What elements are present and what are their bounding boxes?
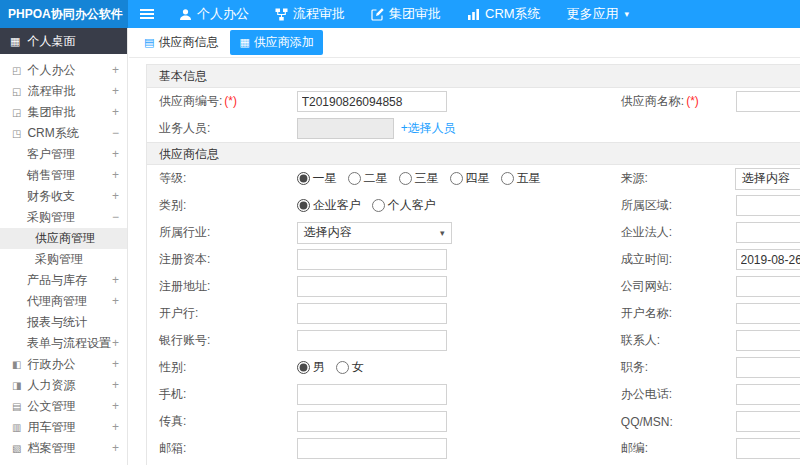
- sidebar-item-personal-desktop[interactable]: ▦ 个人桌面: [0, 28, 127, 54]
- position-input[interactable]: [736, 357, 800, 378]
- category-radio-0[interactable]: 企业客户: [297, 197, 361, 214]
- expand-toggle-icon[interactable]: −: [112, 207, 119, 228]
- sidebar-item-product-inventory[interactable]: 产品与库存+: [0, 270, 127, 291]
- hr-icon: ◨: [12, 381, 21, 391]
- sidebar-item-admin-office[interactable]: ◧行政办公+: [0, 354, 127, 375]
- expand-toggle-icon[interactable]: +: [112, 144, 119, 165]
- gender-radio-input[interactable]: [336, 361, 349, 374]
- group-approval-icon: ◲: [12, 108, 21, 118]
- category-radio-1[interactable]: 个人客户: [372, 197, 436, 214]
- nav-item-crm-system[interactable]: CRM系统: [454, 0, 554, 28]
- business-person-input[interactable]: [297, 118, 394, 139]
- qq-msn-input[interactable]: [736, 411, 800, 432]
- established-date-input[interactable]: [736, 249, 800, 270]
- level-radio-0[interactable]: 一星: [297, 170, 337, 187]
- form-row: 手机:办公电话:: [147, 381, 800, 408]
- level-radio-input[interactable]: [297, 172, 310, 185]
- registered-capital-input[interactable]: [297, 249, 447, 270]
- expand-toggle-icon[interactable]: +: [112, 438, 119, 459]
- level-radio-input[interactable]: [501, 172, 514, 185]
- category-radio-input[interactable]: [372, 199, 385, 212]
- level-radio-input[interactable]: [450, 172, 463, 185]
- nav-item-workflow-approval[interactable]: 流程审批: [262, 0, 358, 28]
- tab-bar: ▤ 供应商信息 ▦ 供应商添加: [129, 28, 800, 58]
- gender-radio-0[interactable]: 男: [297, 359, 325, 376]
- crm-icon: ◳: [12, 129, 21, 139]
- expand-toggle-icon[interactable]: +: [112, 60, 119, 81]
- sidebar-item-purchase[interactable]: 采购管理: [0, 249, 127, 270]
- bank-input[interactable]: [297, 303, 447, 324]
- sidebar-item-hr[interactable]: ◨人力资源+: [0, 375, 127, 396]
- field-label: 来源:: [620, 170, 735, 187]
- industry-select[interactable]: 选择内容▾: [297, 222, 452, 244]
- tab-supplier-info[interactable]: ▤ 供应商信息: [135, 30, 227, 55]
- fax-input[interactable]: [297, 411, 447, 432]
- expand-toggle-icon[interactable]: +: [112, 291, 119, 312]
- level-radio-input[interactable]: [399, 172, 412, 185]
- admin-office-icon: ◧: [12, 360, 21, 370]
- office-phone-input[interactable]: [736, 384, 800, 405]
- nav-item-more-apps[interactable]: 更多应用▾: [554, 0, 643, 28]
- expand-toggle-icon[interactable]: +: [112, 270, 119, 291]
- sidebar-item-report-stats[interactable]: 报表与统计: [0, 312, 127, 333]
- sidebar-item-finance[interactable]: 财务收支+: [0, 186, 127, 207]
- tab-supplier-add[interactable]: ▦ 供应商添加: [230, 30, 322, 55]
- select-person-link[interactable]: +选择人员: [401, 120, 456, 137]
- contact-input[interactable]: [736, 330, 800, 351]
- supplier-code-input[interactable]: [297, 91, 447, 112]
- mobile-input[interactable]: [297, 384, 447, 405]
- expand-toggle-icon[interactable]: +: [112, 354, 119, 375]
- sidebar-collapse-button[interactable]: [128, 0, 166, 28]
- expand-toggle-icon[interactable]: +: [112, 165, 119, 186]
- expand-toggle-icon[interactable]: +: [112, 375, 119, 396]
- sidebar-item-workflow-approval[interactable]: ◱流程审批+: [0, 81, 127, 102]
- user-icon: [179, 8, 192, 21]
- sidebar-item-group-approval[interactable]: ◲集团审批+: [0, 102, 127, 123]
- nav-item-label: 流程审批: [293, 5, 345, 23]
- gender-radio-input[interactable]: [297, 361, 310, 374]
- account-name-input[interactable]: [736, 303, 800, 324]
- expand-toggle-icon[interactable]: +: [112, 102, 119, 123]
- level-radio-2[interactable]: 三星: [399, 170, 439, 187]
- expand-toggle-icon[interactable]: +: [112, 396, 119, 417]
- level-radio-input[interactable]: [348, 172, 361, 185]
- legal-person-input[interactable]: [736, 222, 800, 243]
- expand-toggle-icon[interactable]: −: [112, 123, 119, 144]
- level-radio-3[interactable]: 四星: [450, 170, 490, 187]
- field-label: 邮箱:: [147, 440, 297, 457]
- nav-item-group-approval[interactable]: 集团审批: [358, 0, 454, 28]
- registered-address-input[interactable]: [297, 276, 447, 297]
- category-radio-input[interactable]: [297, 199, 310, 212]
- field-label: 办公电话:: [621, 386, 736, 403]
- gender-radio-1[interactable]: 女: [336, 359, 364, 376]
- expand-toggle-icon[interactable]: +: [112, 186, 119, 207]
- source-select[interactable]: 选择内容▾: [735, 168, 800, 190]
- sidebar-item-form-flow-settings[interactable]: 表单与流程设置+: [0, 333, 127, 354]
- email-input[interactable]: [297, 438, 447, 459]
- sidebar-item-crm-system[interactable]: ◳CRM系统−: [0, 123, 127, 144]
- zipcode-input[interactable]: [736, 438, 800, 459]
- expand-toggle-icon[interactable]: +: [112, 333, 119, 354]
- sidebar-item-customer-mgmt[interactable]: 客户管理+: [0, 144, 127, 165]
- form-row: 等级:一星二星三星四星五星来源:选择内容▾: [147, 165, 800, 192]
- field-label: 注册地址:: [147, 278, 297, 295]
- nav-item-personal-office[interactable]: 个人办公: [166, 0, 262, 28]
- sidebar-item-personal-office[interactable]: ◰个人办公+: [0, 60, 127, 81]
- bank-account-input[interactable]: [297, 330, 447, 351]
- website-input[interactable]: [736, 276, 800, 297]
- sidebar-item-supplier-mgmt[interactable]: 供应商管理: [0, 228, 127, 249]
- expand-toggle-icon[interactable]: +: [112, 81, 119, 102]
- level-radio-4[interactable]: 五星: [501, 170, 541, 187]
- sidebar-item-agent-mgmt[interactable]: 代理商管理+: [0, 291, 127, 312]
- sidebar-item-archive-mgmt[interactable]: ▧档案管理+: [0, 438, 127, 459]
- expand-toggle-icon[interactable]: +: [112, 417, 119, 438]
- sidebar-item-vehicle-mgmt[interactable]: ▥用车管理+: [0, 417, 127, 438]
- field-label: 类别:: [147, 197, 297, 214]
- field-label: 传真:: [147, 413, 297, 430]
- sidebar-item-document-mgmt[interactable]: ▤公文管理+: [0, 396, 127, 417]
- level-radio-1[interactable]: 二星: [348, 170, 388, 187]
- sidebar-item-purchase-mgmt[interactable]: 采购管理−: [0, 207, 127, 228]
- region-input[interactable]: [736, 195, 800, 216]
- supplier-name-input[interactable]: [736, 91, 800, 112]
- sidebar-item-sales-mgmt[interactable]: 销售管理+: [0, 165, 127, 186]
